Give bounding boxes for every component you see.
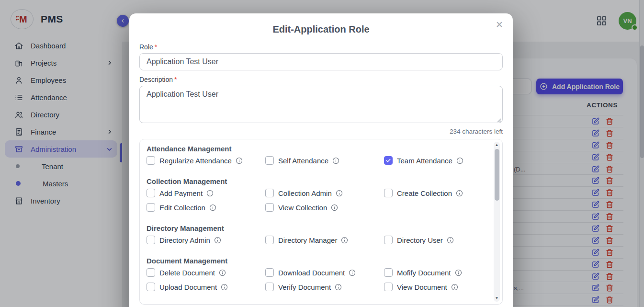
permission-label: Download Document: [278, 269, 345, 277]
permission-collection-admin[interactable]: Collection Admin: [265, 188, 384, 198]
info-icon[interactable]: [206, 190, 214, 197]
checkbox-unchecked[interactable]: [147, 156, 155, 165]
info-icon[interactable]: [214, 237, 221, 244]
characters-left-counter: 234 characters left: [139, 128, 503, 135]
permission-create-collection[interactable]: Create Collection: [384, 188, 481, 198]
checkbox-unchecked[interactable]: [265, 268, 274, 277]
permission-grid: Add PaymentCollection AdminCreate Collec…: [147, 188, 481, 212]
permissions-box: Attendance ManagementRegularize Attendan…: [139, 139, 503, 305]
permission-view-document[interactable]: View Document: [384, 282, 481, 292]
checkbox-unchecked[interactable]: [265, 283, 274, 291]
permission-directory-manager[interactable]: Directory Manager: [265, 235, 384, 245]
permission-grid: Regularize AttendanceSelf AttendanceTeam…: [147, 156, 481, 165]
permission-sections: Attendance ManagementRegularize Attendan…: [147, 145, 481, 292]
permission-label: Team Attendance: [397, 157, 452, 165]
permission-directory-admin[interactable]: Directory Admin: [147, 235, 265, 245]
info-icon[interactable]: [335, 284, 342, 291]
screen: M PMS DashboardProjectsEmployeesAttendan…: [0, 0, 644, 307]
description-textarea[interactable]: Application Test User: [139, 86, 503, 123]
info-icon[interactable]: [456, 190, 463, 197]
permission-section-attendance-management: Attendance ManagementRegularize Attendan…: [147, 145, 481, 165]
permission-section-collection-management: Collection ManagementAdd PaymentCollecti…: [147, 178, 481, 212]
info-icon[interactable]: [456, 157, 463, 164]
check-icon: [385, 158, 391, 163]
permission-add-payment[interactable]: Add Payment: [147, 188, 265, 198]
permission-label: View Collection: [278, 204, 327, 212]
permission-team-attendance[interactable]: Team Attendance: [384, 156, 481, 165]
checkbox-unchecked[interactable]: [147, 283, 155, 291]
permissions-scrollbar[interactable]: ▲ ▼: [494, 142, 500, 302]
permission-directory-user[interactable]: Directory User: [384, 235, 481, 245]
info-icon[interactable]: [219, 269, 226, 276]
checkbox-unchecked[interactable]: [147, 236, 155, 244]
close-icon[interactable]: ✕: [496, 20, 503, 29]
checkbox-unchecked[interactable]: [384, 236, 393, 244]
required-mark: *: [155, 43, 157, 51]
permission-label: Edit Collection: [159, 204, 205, 212]
permission-label: Verify Document: [278, 283, 331, 291]
permission-edit-collection[interactable]: Edit Collection: [147, 203, 265, 212]
info-icon[interactable]: [331, 204, 338, 211]
required-mark: *: [174, 76, 177, 83]
permission-grid: Delete DocumentDownload DocumentMofify D…: [147, 268, 481, 292]
checkbox-checked[interactable]: [384, 156, 393, 165]
info-icon[interactable]: [447, 237, 454, 244]
checkbox-unchecked[interactable]: [265, 236, 274, 244]
info-icon[interactable]: [336, 190, 343, 197]
role-input[interactable]: [139, 53, 503, 70]
modal-title: Edit-Application Role: [139, 23, 503, 35]
permissions-scrollbar-thumb[interactable]: [495, 149, 499, 201]
permission-regularize-attendance[interactable]: Regularize Attendance: [147, 156, 265, 165]
permission-delete-document[interactable]: Delete Document: [147, 268, 265, 277]
info-icon[interactable]: [221, 284, 228, 291]
info-icon[interactable]: [451, 284, 458, 291]
permission-view-collection[interactable]: View Collection: [265, 203, 384, 212]
permission-label: Directory User: [397, 236, 443, 244]
permission-section-title: Collection Management: [147, 178, 481, 185]
checkbox-unchecked[interactable]: [147, 268, 155, 277]
info-icon[interactable]: [455, 269, 462, 276]
checkbox-unchecked[interactable]: [147, 189, 155, 197]
permission-label: Regularize Attendance: [159, 157, 232, 165]
checkbox-unchecked[interactable]: [265, 156, 274, 165]
description-label: Description*: [139, 76, 503, 83]
permission-section-directory-management: Directory ManagementDirectory AdminDirec…: [147, 225, 481, 245]
permission-section-title: Attendance Management: [147, 145, 481, 152]
checkbox-unchecked[interactable]: [384, 283, 393, 291]
permission-mofify-document[interactable]: Mofify Document: [384, 268, 481, 277]
permission-section-title: Directory Management: [147, 225, 481, 232]
checkbox-unchecked[interactable]: [147, 203, 155, 212]
scroll-down-icon[interactable]: ▼: [494, 296, 500, 301]
permission-label: Create Collection: [397, 189, 452, 197]
permission-label: Directory Admin: [159, 236, 210, 244]
checkbox-unchecked[interactable]: [384, 189, 393, 197]
info-icon[interactable]: [341, 237, 348, 244]
role-label: Role*: [139, 43, 503, 51]
permission-label: Self Attendance: [278, 157, 328, 165]
scroll-up-icon[interactable]: ▲: [494, 142, 500, 148]
info-icon[interactable]: [209, 204, 216, 211]
permission-label: Collection Admin: [278, 189, 332, 197]
permission-section-title: Document Management: [147, 257, 481, 264]
permission-label: Upload Document: [159, 283, 217, 291]
info-icon[interactable]: [332, 157, 339, 164]
permission-self-attendance[interactable]: Self Attendance: [265, 156, 384, 165]
info-icon[interactable]: [349, 269, 356, 276]
permission-grid: Directory AdminDirectory ManagerDirector…: [147, 235, 481, 245]
permission-verify-document[interactable]: Verify Document: [265, 282, 384, 292]
checkbox-unchecked[interactable]: [265, 203, 274, 212]
permission-upload-document[interactable]: Upload Document: [147, 282, 265, 292]
permission-label: Directory Manager: [278, 236, 337, 244]
permission-label: Mofify Document: [397, 269, 451, 277]
checkbox-unchecked[interactable]: [265, 189, 274, 197]
permission-section-document-management: Document ManagementDelete DocumentDownlo…: [147, 257, 481, 292]
permission-download-document[interactable]: Download Document: [265, 268, 384, 277]
permission-label: Delete Document: [159, 269, 215, 277]
permission-label: View Document: [397, 283, 447, 291]
edit-application-role-modal: ✕ Edit-Application Role Role* Descriptio…: [129, 13, 513, 307]
checkbox-unchecked[interactable]: [384, 268, 393, 277]
permission-label: Add Payment: [159, 189, 203, 197]
info-icon[interactable]: [236, 157, 243, 164]
